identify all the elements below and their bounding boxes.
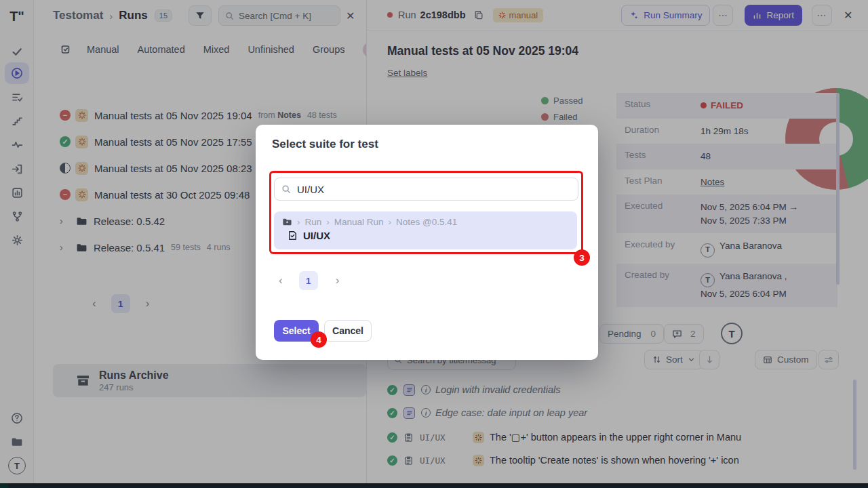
- crumb-notes-version: Notes @0.5.41: [396, 217, 457, 227]
- annotation-step-4: 4: [311, 331, 327, 348]
- suite-search[interactable]: [274, 178, 578, 201]
- modal-pagination: ‹ 1 ›: [279, 271, 339, 290]
- modal-pagination-prev[interactable]: ‹: [279, 274, 283, 287]
- suite-result-name: UI/UX: [303, 230, 330, 241]
- modal-pagination-page-1[interactable]: 1: [299, 271, 318, 290]
- suite-search-input[interactable]: [297, 184, 561, 195]
- search-icon: [281, 184, 291, 194]
- cancel-button[interactable]: Cancel: [324, 320, 372, 342]
- crumb-manual-run: Manual Run: [334, 217, 384, 227]
- crumb-separator: ›: [389, 217, 392, 227]
- select-suite-modal: Select suite for test › Run › Manual Run…: [256, 125, 598, 360]
- crumb-separator: ›: [326, 217, 330, 227]
- folder-home-icon: [282, 217, 292, 227]
- crumb-separator: ›: [297, 217, 300, 227]
- modal-pagination-next[interactable]: ›: [336, 274, 340, 287]
- app-root: T": [0, 0, 868, 488]
- suite-result-item[interactable]: › Run › Manual Run › Notes @0.5.41 UI/UX: [274, 211, 577, 249]
- crumb-run: Run: [305, 217, 322, 227]
- modal-title: Select suite for test: [272, 138, 378, 151]
- doc-check-icon: [288, 230, 298, 241]
- annotation-step-3: 3: [574, 249, 590, 266]
